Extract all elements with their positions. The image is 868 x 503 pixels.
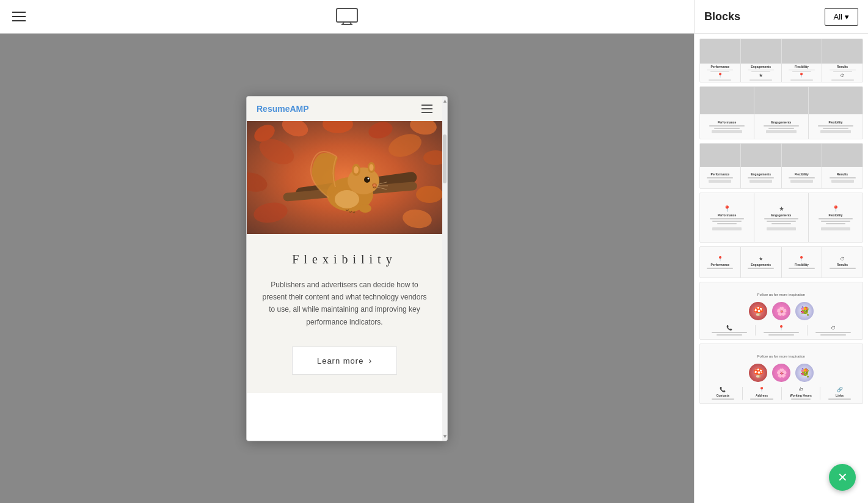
mobile-content-area: Flexibility Publishers and advertisers c… bbox=[247, 234, 442, 394]
logo-accent: AMP bbox=[290, 104, 308, 114]
scroll-up-arrow[interactable]: ▲ bbox=[442, 97, 447, 104]
mobile-content: ResumeAMP bbox=[247, 97, 442, 441]
svg-point-34 bbox=[335, 190, 359, 208]
svg-rect-0 bbox=[337, 9, 357, 22]
preview-container: ResumeAMP bbox=[0, 34, 694, 503]
blocks-filter-button[interactable]: All ▾ bbox=[825, 8, 858, 26]
scroll-thumb[interactable] bbox=[443, 134, 447, 183]
mobile-frame: ResumeAMP bbox=[246, 96, 448, 441]
block-thumb-5[interactable]: 📍 Performance ★ Engagements 📍 Flexibilit… bbox=[699, 246, 863, 278]
block-thumb-4[interactable]: 📍 Performance ★ Engagements 📍 bbox=[699, 193, 863, 243]
squirrel-image bbox=[247, 121, 442, 234]
learn-more-label: Learn more bbox=[317, 356, 363, 365]
blocks-panel: Blocks All ▾ Performance bbox=[694, 0, 868, 503]
blocks-filter-label: All bbox=[834, 12, 842, 21]
block-thumb-3[interactable]: Performance Engagements Flexibility bbox=[699, 143, 863, 189]
svg-point-23 bbox=[354, 166, 359, 174]
scroll-down-arrow[interactable]: ▼ bbox=[442, 433, 447, 439]
block-thumb-6[interactable]: Follow us for more inspiration 🍄 🌸 bbox=[699, 282, 863, 340]
mobile-scrollbar[interactable]: ▲ ▼ bbox=[442, 97, 447, 441]
svg-point-28 bbox=[373, 184, 376, 186]
logo-plain: Resume bbox=[257, 104, 290, 114]
blocks-header: Blocks All ▾ bbox=[695, 0, 868, 34]
close-icon: ✕ bbox=[837, 470, 848, 485]
chevron-right-icon: › bbox=[368, 356, 372, 365]
editor-area: ResumeAMP bbox=[0, 0, 694, 503]
svg-point-14 bbox=[416, 186, 442, 203]
mobile-hero-image bbox=[247, 121, 442, 234]
svg-point-33 bbox=[359, 204, 371, 213]
mobile-hamburger-icon[interactable] bbox=[421, 105, 432, 113]
svg-point-25 bbox=[364, 177, 370, 183]
block-thumb-1[interactable]: Performance 📍 Engagements ★ F bbox=[699, 39, 863, 83]
mobile-nav: ResumeAMP bbox=[247, 97, 442, 121]
toolbar bbox=[0, 0, 694, 34]
blocks-filter-chevron: ▾ bbox=[845, 12, 849, 21]
blocks-title: Blocks bbox=[704, 10, 740, 23]
close-button[interactable]: ✕ bbox=[829, 464, 856, 491]
svg-point-24 bbox=[370, 164, 374, 171]
learn-more-button[interactable]: Learn more › bbox=[292, 347, 397, 375]
svg-point-26 bbox=[368, 177, 370, 179]
monitor-icon[interactable] bbox=[336, 8, 358, 25]
mobile-logo: ResumeAMP bbox=[257, 104, 309, 114]
block-thumb-7[interactable]: Follow us for more inspiration 🍄 🌸 bbox=[699, 343, 863, 404]
blocks-list: Performance 📍 Engagements ★ F bbox=[695, 34, 868, 503]
block-thumb-2[interactable]: Performance Engagements Flexibility bbox=[699, 86, 863, 139]
mobile-title: Flexibility bbox=[259, 252, 430, 266]
mobile-body-text: Publishers and advertisers can decide ho… bbox=[259, 279, 430, 329]
menu-icon[interactable] bbox=[12, 12, 26, 21]
